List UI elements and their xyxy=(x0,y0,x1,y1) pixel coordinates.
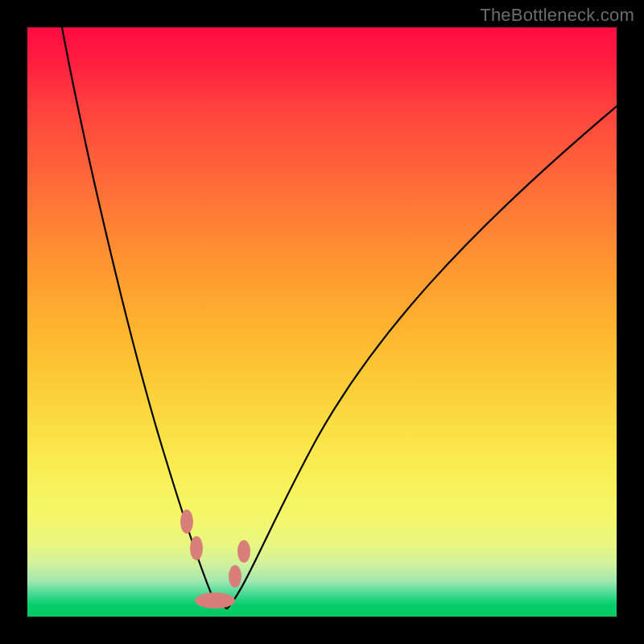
marker-right-upper xyxy=(237,540,250,563)
curve-left-branch xyxy=(62,27,227,609)
bottleneck-curve xyxy=(27,27,617,617)
watermark-text: TheBottleneck.com xyxy=(480,5,634,26)
chart-frame: TheBottleneck.com xyxy=(0,0,644,644)
plot-area xyxy=(27,27,617,617)
marker-left-lower xyxy=(190,536,203,560)
marker-left-upper xyxy=(180,510,193,534)
marker-right-lower xyxy=(229,565,242,588)
marker-center xyxy=(195,592,235,609)
curve-right-branch xyxy=(227,106,617,609)
